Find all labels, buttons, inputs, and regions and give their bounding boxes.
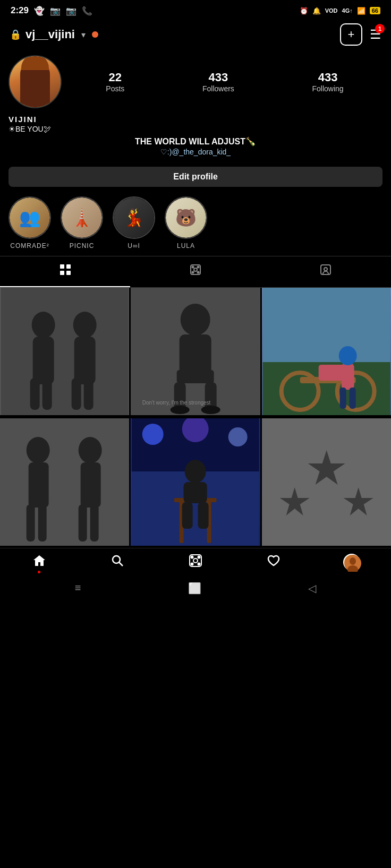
android-menu-button[interactable]: ≡ [75, 582, 81, 594]
svg-point-29 [201, 406, 220, 414]
svg-text:Don't worry, I'm the strongest: Don't worry, I'm the strongest [142, 400, 211, 406]
profile-avatar-nav [343, 554, 360, 571]
svg-rect-20 [72, 378, 81, 410]
story-item[interactable]: 👥 COMRADE² [8, 196, 51, 250]
grid-photo: Don't worry, I'm the strongest [131, 288, 260, 415]
svg-point-60 [185, 460, 206, 483]
story-thumbnail: 🐻 [166, 197, 206, 238]
svg-point-74 [198, 556, 200, 558]
posts-stat[interactable]: 22 Posts [106, 71, 124, 93]
svg-rect-45 [29, 462, 49, 508]
grid-item[interactable]: Don't worry, I'm the strongest [131, 288, 260, 417]
svg-point-78 [350, 557, 356, 565]
avatar[interactable] [8, 55, 62, 108]
svg-point-42 [338, 346, 356, 365]
phone-icon: 📞 [82, 6, 92, 16]
status-right: ⏰ 🔔 VOD 4G↑ 📶 66 [300, 7, 380, 15]
edit-profile-button[interactable]: Edit profile [8, 167, 382, 187]
profile-bio: ☀BE YOU🕊 [8, 125, 382, 133]
grid-item[interactable] [0, 418, 129, 547]
stories-section: 👥 COMRADE² 🗼 PICNIC 💃 U∞I 🐻 LULA [0, 194, 391, 256]
signal-4g-icon: 4G↑ [342, 7, 353, 14]
tab-reels[interactable] [130, 256, 260, 287]
svg-point-28 [171, 406, 190, 414]
android-back-button[interactable]: ◁ [308, 582, 316, 595]
vod-icon: VOD [325, 7, 338, 14]
lock-icon: 🔒 [10, 29, 21, 40]
following-count: 433 [318, 71, 338, 84]
story-circle: 👥 [8, 196, 51, 239]
story-thumbnail: 💃 [114, 197, 154, 238]
nav-profile[interactable] [313, 554, 391, 571]
svg-point-7 [197, 267, 199, 268]
story-label: COMRADE² [10, 242, 49, 250]
svg-rect-63 [198, 502, 209, 529]
story-item[interactable]: 💃 U∞I [113, 196, 155, 250]
profile-name: VIJINI [8, 115, 382, 124]
reels-icon [190, 264, 201, 279]
nav-home[interactable] [0, 554, 78, 571]
following-stat[interactable]: 433 Following [312, 71, 344, 93]
nav-likes[interactable] [235, 554, 313, 571]
grid-item[interactable] [0, 288, 129, 417]
battery-icon: 66 [370, 7, 380, 14]
svg-point-44 [27, 437, 50, 463]
svg-point-56 [228, 427, 248, 446]
status-bar: 2:29 👻 📷 📷 📞 ⏰ 🔔 VOD 4G↑ 📶 66 [0, 0, 391, 19]
svg-rect-40 [339, 388, 346, 409]
svg-rect-43 [1, 418, 129, 546]
notification-badge: 1 [375, 24, 385, 33]
reels-nav-icon [189, 554, 202, 571]
menu-button[interactable]: ☰ 1 [370, 27, 381, 42]
svg-line-70 [119, 562, 123, 566]
nav-reels[interactable] [156, 554, 234, 571]
svg-rect-41 [349, 388, 355, 409]
username[interactable]: vj__vijini [26, 28, 75, 41]
android-home-button[interactable]: ⬜ [188, 582, 201, 595]
android-nav: ≡ ⬜ ◁ [0, 575, 391, 603]
svg-point-14 [32, 312, 55, 338]
svg-point-9 [197, 272, 199, 273]
grid-item[interactable] [262, 418, 391, 547]
story-thumbnail: 👥 [10, 197, 50, 238]
svg-point-8 [192, 272, 193, 273]
profile-section: 22 Posts 433 Followers 433 Following VIJ… [0, 50, 391, 194]
followers-stat[interactable]: 433 Followers [202, 71, 234, 93]
nav-search[interactable] [78, 554, 156, 571]
svg-rect-21 [84, 378, 94, 410]
story-label: U∞I [128, 242, 140, 250]
svg-point-23 [181, 304, 210, 336]
bottom-nav [0, 548, 391, 575]
grid-item[interactable] [262, 288, 391, 417]
status-left: 2:29 👻 📷 📷 📞 [11, 5, 92, 16]
svg-point-72 [193, 558, 198, 563]
grid-photo [262, 418, 391, 546]
svg-rect-1 [66, 264, 71, 269]
svg-rect-13 [1, 288, 129, 415]
search-icon [110, 554, 124, 571]
chevron-down-icon[interactable]: ▾ [81, 30, 86, 40]
svg-rect-50 [79, 504, 87, 542]
story-circle: 🗼 [61, 196, 103, 239]
online-indicator [92, 31, 98, 38]
bio-link[interactable]: ♡:)@_the_dora_kid_ [8, 148, 382, 156]
svg-point-73 [191, 556, 193, 558]
story-item[interactable]: 🐻 LULA [165, 196, 207, 250]
story-item[interactable]: 🗼 PICNIC [61, 196, 103, 250]
svg-rect-10 [321, 265, 330, 274]
grid-item[interactable] [131, 418, 260, 547]
bell-icon: 🔔 [312, 7, 321, 15]
heart-icon [267, 554, 280, 571]
svg-rect-2 [60, 271, 64, 275]
story-circle: 💃 [113, 196, 155, 239]
svg-rect-32 [262, 288, 390, 362]
header-right: + ☰ 1 [340, 23, 381, 46]
svg-rect-62 [182, 502, 193, 529]
grid-icon [60, 264, 71, 279]
add-content-button[interactable]: + [340, 23, 362, 46]
tab-grid[interactable] [0, 256, 130, 287]
svg-rect-61 [184, 482, 207, 503]
svg-point-54 [142, 424, 164, 445]
svg-rect-65 [262, 418, 390, 546]
tab-tagged[interactable] [261, 256, 391, 287]
